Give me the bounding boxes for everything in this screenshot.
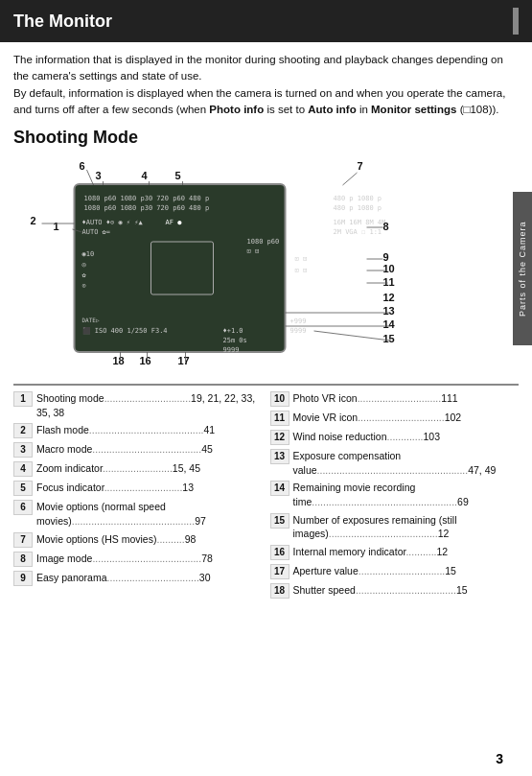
ref-text-4: Zoom indicator.........................1…: [36, 461, 263, 476]
ref-num-5: 5: [13, 481, 33, 496]
ref-row-13: 13 Exposure compensation value..........…: [270, 449, 520, 477]
svg-text:⊡ ⊡: ⊡ ⊡: [295, 267, 308, 274]
ref-text-15: Number of exposures remaining (still ima…: [293, 513, 520, 541]
ref-num-16: 16: [270, 545, 289, 560]
ref-num-1: 1: [13, 391, 33, 407]
side-tab: Parts of the Camera: [513, 192, 532, 345]
ref-text-2: Flash mode..............................…: [36, 423, 263, 437]
svg-text:14: 14: [383, 318, 396, 330]
ref-text-12: Wind noise reduction.............103: [293, 430, 520, 444]
diagram-area: 1080 p60 1080 p30 720 p60 480 p 1080 p60…: [13, 155, 519, 376]
ref-text-6: Movie options (normal speed movies).....…: [36, 500, 263, 528]
ref-row-6: 6 Movie options (normal speed movies)...…: [13, 500, 263, 528]
ref-text-7: Movie options (HS movies)..........98: [36, 532, 263, 547]
ref-row-12: 12 Wind noise reduction.............103: [270, 430, 520, 445]
svg-text:2M  VGA  ☐  1:1: 2M VGA ☐ 1:1: [334, 228, 382, 236]
svg-line-54: [314, 331, 391, 341]
ref-num-8: 8: [13, 552, 33, 567]
svg-text:◎: ◎: [82, 261, 87, 269]
ref-row-11: 11 Movie VR icon........................…: [270, 411, 520, 426]
svg-text:◉10: ◉10: [82, 250, 95, 258]
svg-text:3: 3: [96, 170, 102, 181]
ref-row-10: 10 Photo VR icon........................…: [270, 391, 520, 407]
svg-text:5: 5: [175, 170, 181, 181]
ref-text-14: Remaining movie recording time..........…: [293, 481, 520, 508]
ref-text-3: Macro mode..............................…: [36, 442, 263, 457]
ref-row-7: 7 Movie options (HS movies)..........98: [13, 532, 263, 548]
body-content: The information that is displayed in the…: [0, 42, 532, 612]
svg-text:9: 9: [383, 251, 389, 263]
ref-num-9: 9: [13, 571, 33, 586]
intro-paragraph: The information that is displayed in the…: [13, 52, 519, 118]
svg-text:1080 p60  1080 p30  720 p60  4: 1080 p60 1080 p30 720 p60 480 p: [84, 195, 210, 202]
ref-num-14: 14: [270, 481, 289, 496]
svg-text:1: 1: [54, 221, 59, 232]
ref-columns: 1 Shooting mode.........................…: [13, 391, 519, 602]
svg-text:16: 16: [140, 355, 151, 366]
svg-rect-0: [75, 184, 286, 352]
ref-num-3: 3: [13, 442, 33, 458]
svg-text:♦AUTO  ♦⊙  ◉  ⚡  ⚡▲: ♦AUTO ♦⊙ ◉ ⚡ ⚡▲: [82, 219, 144, 226]
svg-text:7: 7: [358, 160, 363, 172]
svg-line-39: [343, 173, 358, 185]
ref-row-1: 1 Shooting mode.........................…: [13, 391, 263, 419]
svg-line-37: [87, 170, 94, 185]
svg-rect-16: [151, 242, 214, 294]
svg-text:12: 12: [383, 292, 395, 303]
ref-row-4: 4 Zoom indicator........................…: [13, 461, 263, 477]
svg-text:480 p  1080 p: 480 p 1080 p: [334, 195, 382, 202]
ref-text-9: Easy panorama...........................…: [36, 571, 263, 585]
svg-text:6: 6: [80, 160, 85, 172]
ref-num-15: 15: [270, 513, 289, 529]
svg-text:⊡ ⊡: ⊡ ⊡: [247, 247, 260, 255]
page-title: The Monitor: [13, 12, 112, 32]
svg-text:⊡ ⊡: ⊡ ⊡: [295, 255, 308, 263]
ref-col-left: 1 Shooting mode.........................…: [13, 391, 263, 602]
ref-text-5: Focus indicator.........................…: [36, 481, 263, 495]
ref-num-2: 2: [13, 423, 33, 438]
svg-text:9999: 9999: [223, 346, 240, 354]
svg-text:15: 15: [383, 333, 395, 344]
svg-text:8: 8: [383, 221, 389, 232]
svg-line-27: [73, 229, 82, 232]
ref-text-11: Movie VR icon...........................…: [293, 411, 520, 425]
svg-text:480 p  1080 p: 480 p 1080 p: [334, 204, 382, 212]
svg-text:25m 0s: 25m 0s: [223, 337, 247, 344]
svg-text:2: 2: [31, 215, 36, 226]
svg-text:⊙: ⊙: [82, 282, 86, 290]
ref-num-13: 13: [270, 449, 289, 464]
svg-text:⬛ ISO 400   1/250   F3.4: ⬛ ISO 400 1/250 F3.4: [82, 326, 168, 335]
svg-text:4: 4: [142, 170, 149, 181]
ref-text-13: Exposure compensation value.............…: [293, 449, 520, 477]
ref-text-8: Image mode..............................…: [36, 552, 263, 566]
ref-num-11: 11: [270, 411, 289, 426]
svg-text:+999: +999: [290, 317, 307, 325]
svg-text:AF ●: AF ●: [166, 219, 183, 226]
svg-text:1080 p60: 1080 p60: [247, 238, 280, 246]
ref-text-17: Aperture value..........................…: [293, 564, 520, 578]
svg-text:10: 10: [383, 263, 395, 274]
ref-row-9: 9 Easy panorama.........................…: [13, 571, 263, 586]
ref-num-17: 17: [270, 564, 289, 579]
page-header: The Monitor: [0, 0, 532, 42]
ref-row-5: 5 Focus indicator.......................…: [13, 481, 263, 496]
ref-row-2: 2 Flash mode............................…: [13, 423, 263, 438]
ref-row-16: 16 Internal memory indicator...........1…: [270, 545, 520, 560]
ref-num-6: 6: [13, 500, 33, 515]
ref-text-18: Shutter speed...........................…: [293, 583, 520, 598]
svg-text:✿: ✿: [82, 271, 87, 279]
page-number: 3: [496, 751, 503, 766]
diagram-svg: 1080 p60 1080 p30 720 p60 480 p 1080 p60…: [13, 155, 519, 376]
ref-text-16: Internal memory indicator...........12: [293, 545, 520, 559]
svg-text:17: 17: [178, 355, 190, 366]
svg-text:13: 13: [383, 305, 395, 317]
ref-text-1: Shooting mode...........................…: [36, 391, 263, 419]
svg-text:AUTO  ✿=: AUTO ✿=: [82, 228, 111, 236]
ref-row-18: 18 Shutter speed........................…: [270, 583, 520, 599]
svg-text:16M  16M  8M  4M: 16M 16M 8M 4M: [334, 219, 386, 226]
svg-text:18: 18: [113, 355, 125, 366]
ref-num-4: 4: [13, 461, 33, 477]
ref-row-8: 8 Image mode............................…: [13, 552, 263, 567]
ref-num-7: 7: [13, 532, 33, 548]
page-wrapper: The Monitor The information that is disp…: [0, 0, 532, 612]
